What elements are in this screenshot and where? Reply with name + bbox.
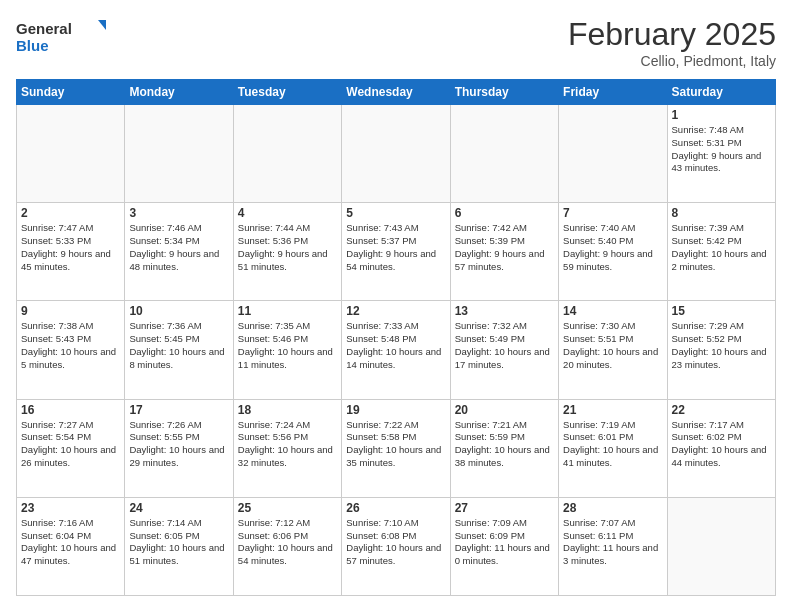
day-info: Sunrise: 7:42 AM Sunset: 5:39 PM Dayligh…	[455, 222, 554, 273]
calendar-cell: 20Sunrise: 7:21 AM Sunset: 5:59 PM Dayli…	[450, 399, 558, 497]
calendar-cell: 28Sunrise: 7:07 AM Sunset: 6:11 PM Dayli…	[559, 497, 667, 595]
day-info: Sunrise: 7:10 AM Sunset: 6:08 PM Dayligh…	[346, 517, 445, 568]
day-info: Sunrise: 7:29 AM Sunset: 5:52 PM Dayligh…	[672, 320, 771, 371]
calendar-cell: 10Sunrise: 7:36 AM Sunset: 5:45 PM Dayli…	[125, 301, 233, 399]
calendar-cell: 2Sunrise: 7:47 AM Sunset: 5:33 PM Daylig…	[17, 203, 125, 301]
calendar-cell: 9Sunrise: 7:38 AM Sunset: 5:43 PM Daylig…	[17, 301, 125, 399]
day-info: Sunrise: 7:38 AM Sunset: 5:43 PM Dayligh…	[21, 320, 120, 371]
calendar-cell	[17, 105, 125, 203]
calendar-cell	[233, 105, 341, 203]
calendar-cell	[667, 497, 775, 595]
header-wednesday: Wednesday	[342, 80, 450, 105]
day-number: 11	[238, 304, 337, 318]
svg-marker-2	[98, 20, 106, 30]
day-info: Sunrise: 7:44 AM Sunset: 5:36 PM Dayligh…	[238, 222, 337, 273]
day-number: 24	[129, 501, 228, 515]
day-info: Sunrise: 7:33 AM Sunset: 5:48 PM Dayligh…	[346, 320, 445, 371]
day-number: 3	[129, 206, 228, 220]
calendar-week-4: 23Sunrise: 7:16 AM Sunset: 6:04 PM Dayli…	[17, 497, 776, 595]
page: General Blue February 2025 Cellio, Piedm…	[0, 0, 792, 612]
svg-text:General: General	[16, 20, 72, 37]
calendar-cell: 1Sunrise: 7:48 AM Sunset: 5:31 PM Daylig…	[667, 105, 775, 203]
day-number: 28	[563, 501, 662, 515]
calendar-cell: 18Sunrise: 7:24 AM Sunset: 5:56 PM Dayli…	[233, 399, 341, 497]
calendar-cell: 6Sunrise: 7:42 AM Sunset: 5:39 PM Daylig…	[450, 203, 558, 301]
calendar-cell: 16Sunrise: 7:27 AM Sunset: 5:54 PM Dayli…	[17, 399, 125, 497]
day-number: 17	[129, 403, 228, 417]
day-number: 27	[455, 501, 554, 515]
day-info: Sunrise: 7:40 AM Sunset: 5:40 PM Dayligh…	[563, 222, 662, 273]
calendar-cell: 27Sunrise: 7:09 AM Sunset: 6:09 PM Dayli…	[450, 497, 558, 595]
calendar-cell: 19Sunrise: 7:22 AM Sunset: 5:58 PM Dayli…	[342, 399, 450, 497]
header-friday: Friday	[559, 80, 667, 105]
day-number: 22	[672, 403, 771, 417]
calendar-cell: 14Sunrise: 7:30 AM Sunset: 5:51 PM Dayli…	[559, 301, 667, 399]
calendar-cell: 21Sunrise: 7:19 AM Sunset: 6:01 PM Dayli…	[559, 399, 667, 497]
day-info: Sunrise: 7:14 AM Sunset: 6:05 PM Dayligh…	[129, 517, 228, 568]
day-number: 18	[238, 403, 337, 417]
title-block: February 2025 Cellio, Piedmont, Italy	[568, 16, 776, 69]
day-info: Sunrise: 7:32 AM Sunset: 5:49 PM Dayligh…	[455, 320, 554, 371]
day-info: Sunrise: 7:24 AM Sunset: 5:56 PM Dayligh…	[238, 419, 337, 470]
day-number: 5	[346, 206, 445, 220]
day-number: 10	[129, 304, 228, 318]
calendar-cell: 15Sunrise: 7:29 AM Sunset: 5:52 PM Dayli…	[667, 301, 775, 399]
calendar-cell: 13Sunrise: 7:32 AM Sunset: 5:49 PM Dayli…	[450, 301, 558, 399]
header-monday: Monday	[125, 80, 233, 105]
day-info: Sunrise: 7:39 AM Sunset: 5:42 PM Dayligh…	[672, 222, 771, 273]
calendar-week-2: 9Sunrise: 7:38 AM Sunset: 5:43 PM Daylig…	[17, 301, 776, 399]
day-number: 2	[21, 206, 120, 220]
day-info: Sunrise: 7:07 AM Sunset: 6:11 PM Dayligh…	[563, 517, 662, 568]
day-number: 9	[21, 304, 120, 318]
calendar-cell: 7Sunrise: 7:40 AM Sunset: 5:40 PM Daylig…	[559, 203, 667, 301]
day-number: 20	[455, 403, 554, 417]
day-info: Sunrise: 7:35 AM Sunset: 5:46 PM Dayligh…	[238, 320, 337, 371]
day-number: 1	[672, 108, 771, 122]
day-number: 23	[21, 501, 120, 515]
header: General Blue February 2025 Cellio, Piedm…	[16, 16, 776, 69]
day-number: 26	[346, 501, 445, 515]
logo-svg: General Blue	[16, 16, 106, 56]
day-number: 7	[563, 206, 662, 220]
calendar-cell: 5Sunrise: 7:43 AM Sunset: 5:37 PM Daylig…	[342, 203, 450, 301]
day-number: 13	[455, 304, 554, 318]
day-info: Sunrise: 7:12 AM Sunset: 6:06 PM Dayligh…	[238, 517, 337, 568]
location: Cellio, Piedmont, Italy	[568, 53, 776, 69]
calendar-cell: 24Sunrise: 7:14 AM Sunset: 6:05 PM Dayli…	[125, 497, 233, 595]
day-info: Sunrise: 7:17 AM Sunset: 6:02 PM Dayligh…	[672, 419, 771, 470]
header-tuesday: Tuesday	[233, 80, 341, 105]
day-number: 15	[672, 304, 771, 318]
calendar-cell	[125, 105, 233, 203]
calendar-week-0: 1Sunrise: 7:48 AM Sunset: 5:31 PM Daylig…	[17, 105, 776, 203]
calendar-cell	[450, 105, 558, 203]
logo: General Blue	[16, 16, 106, 56]
day-info: Sunrise: 7:16 AM Sunset: 6:04 PM Dayligh…	[21, 517, 120, 568]
day-number: 14	[563, 304, 662, 318]
svg-text:Blue: Blue	[16, 37, 49, 54]
day-info: Sunrise: 7:21 AM Sunset: 5:59 PM Dayligh…	[455, 419, 554, 470]
calendar-cell: 25Sunrise: 7:12 AM Sunset: 6:06 PM Dayli…	[233, 497, 341, 595]
day-info: Sunrise: 7:36 AM Sunset: 5:45 PM Dayligh…	[129, 320, 228, 371]
calendar-week-3: 16Sunrise: 7:27 AM Sunset: 5:54 PM Dayli…	[17, 399, 776, 497]
month-title: February 2025	[568, 16, 776, 53]
day-number: 21	[563, 403, 662, 417]
header-sunday: Sunday	[17, 80, 125, 105]
day-info: Sunrise: 7:27 AM Sunset: 5:54 PM Dayligh…	[21, 419, 120, 470]
day-number: 4	[238, 206, 337, 220]
calendar-cell: 17Sunrise: 7:26 AM Sunset: 5:55 PM Dayli…	[125, 399, 233, 497]
calendar-cell: 11Sunrise: 7:35 AM Sunset: 5:46 PM Dayli…	[233, 301, 341, 399]
day-info: Sunrise: 7:09 AM Sunset: 6:09 PM Dayligh…	[455, 517, 554, 568]
day-number: 8	[672, 206, 771, 220]
calendar-cell: 23Sunrise: 7:16 AM Sunset: 6:04 PM Dayli…	[17, 497, 125, 595]
calendar-cell: 26Sunrise: 7:10 AM Sunset: 6:08 PM Dayli…	[342, 497, 450, 595]
calendar-cell: 4Sunrise: 7:44 AM Sunset: 5:36 PM Daylig…	[233, 203, 341, 301]
calendar-table: Sunday Monday Tuesday Wednesday Thursday…	[16, 79, 776, 596]
header-saturday: Saturday	[667, 80, 775, 105]
day-info: Sunrise: 7:48 AM Sunset: 5:31 PM Dayligh…	[672, 124, 771, 175]
day-info: Sunrise: 7:30 AM Sunset: 5:51 PM Dayligh…	[563, 320, 662, 371]
calendar-cell: 3Sunrise: 7:46 AM Sunset: 5:34 PM Daylig…	[125, 203, 233, 301]
day-number: 12	[346, 304, 445, 318]
day-number: 25	[238, 501, 337, 515]
day-number: 6	[455, 206, 554, 220]
day-number: 19	[346, 403, 445, 417]
